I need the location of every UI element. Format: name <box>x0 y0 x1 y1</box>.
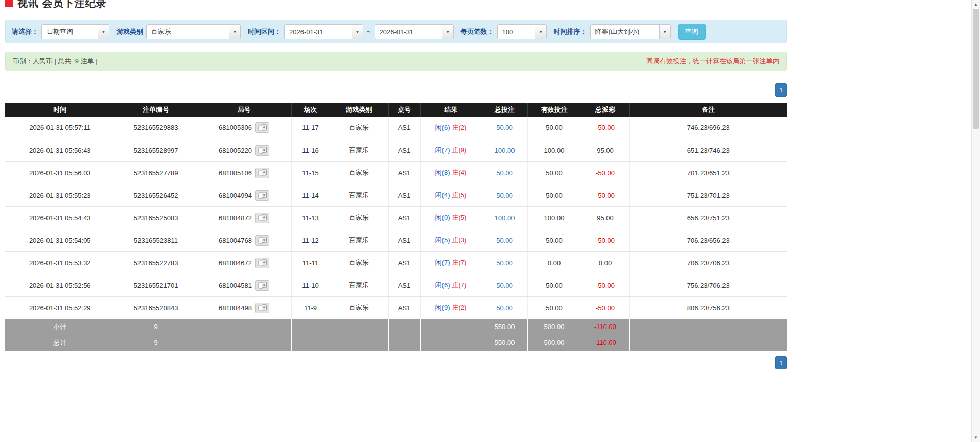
mode-select[interactable]: 日期查询 ▼ <box>41 24 109 39</box>
empty-cell <box>197 335 291 351</box>
result-player: 闲(9) <box>435 304 450 311</box>
result-player: 闲(6) <box>435 281 450 289</box>
total-bet-link[interactable]: 100.00 <box>495 147 515 154</box>
total-bet-link[interactable]: 50.00 <box>496 124 513 131</box>
col-header-game: 游戏类别 <box>330 103 388 117</box>
time-cell: 2026-01-31 05:52:29 <box>5 296 115 319</box>
table-row: 2026-01-31 05:56:03 523165527789 6810051… <box>5 161 787 184</box>
total-bet-link[interactable]: 50.00 <box>496 169 513 177</box>
chevron-down-icon[interactable]: ▼ <box>442 25 453 39</box>
subtotal-count: 9 <box>115 319 197 335</box>
round-id: 681004581 <box>219 282 252 289</box>
scrollbar-thumb[interactable] <box>973 9 979 129</box>
game-type-cell: 百家乐 <box>330 251 388 274</box>
game-replay-button[interactable] <box>255 145 269 156</box>
game-replay-button[interactable] <box>255 258 269 268</box>
result-player: 闲(5) <box>435 236 450 244</box>
result-player: 闲(0) <box>435 214 450 221</box>
result-player: 闲(8) <box>435 169 450 176</box>
session-cell: 11-10 <box>291 274 330 296</box>
col-header-remark: 备注 <box>629 103 787 117</box>
game-replay-button[interactable] <box>255 213 269 223</box>
bet-id-cell: 523165522783 <box>115 251 197 274</box>
col-header-round: 局号 <box>197 103 291 117</box>
subtotal-payout: -110.00 <box>581 319 629 335</box>
sort-select-value: 降幂(由大到小) <box>591 25 659 39</box>
time-cell: 2026-01-31 05:54:43 <box>5 206 115 229</box>
result-cell: 闲(9)庄(2) <box>420 296 482 319</box>
remark-cell: 756.23/706.23 <box>629 274 787 296</box>
empty-cell <box>420 335 482 351</box>
total-bet-link[interactable]: 50.00 <box>496 259 513 267</box>
chevron-down-icon[interactable]: ▼ <box>229 25 240 39</box>
table-no-cell: AS1 <box>388 229 420 251</box>
session-cell: 11-12 <box>291 229 330 251</box>
valid-bet-cell: 50.00 <box>527 184 581 206</box>
remark-cell: 751.23/701.23 <box>629 184 787 206</box>
game-replay-button[interactable] <box>255 190 269 201</box>
game-replay-button[interactable] <box>255 280 269 291</box>
table-no-cell: AS1 <box>388 139 420 161</box>
payout-cell: -50.00 <box>581 296 629 319</box>
total-bet-link[interactable]: 50.00 <box>496 237 513 244</box>
game-type-cell: 百家乐 <box>330 161 388 184</box>
round-cell: 681004498 <box>197 296 291 319</box>
vertical-scrollbar[interactable]: ▲ ▼ <box>971 0 980 442</box>
total-bet-cell: 100.00 <box>482 206 527 229</box>
empty-cell <box>629 335 787 351</box>
remark-cell: 706.23/706.23 <box>629 251 787 274</box>
chevron-down-icon[interactable]: ▼ <box>352 25 363 39</box>
result-cell: 闲(0)庄(5) <box>420 206 482 229</box>
total-bet-cell: 100.00 <box>482 139 527 161</box>
session-cell: 11-11 <box>291 251 330 274</box>
total-bet-link[interactable]: 100.00 <box>495 214 515 222</box>
date-to-picker[interactable]: 2026-01-31 ▼ <box>375 24 454 39</box>
chevron-down-icon[interactable]: ▼ <box>98 25 109 39</box>
col-header-session: 场次 <box>291 103 330 117</box>
total-label: 总计 <box>5 335 115 351</box>
chevron-down-icon[interactable]: ▼ <box>659 25 670 39</box>
result-cell: 闲(7)庄(9) <box>420 139 482 161</box>
game-replay-button[interactable] <box>255 122 269 133</box>
scroll-up-icon[interactable]: ▲ <box>972 0 980 9</box>
total-bet-link[interactable]: 50.00 <box>496 304 513 312</box>
time-cell: 2026-01-31 05:52:56 <box>5 274 115 296</box>
payout-cell: 95.00 <box>581 206 629 229</box>
round-id: 681004994 <box>219 192 252 199</box>
result-cell: 闲(4)庄(5) <box>420 184 482 206</box>
page-size-select[interactable]: 100 ▼ <box>497 24 547 39</box>
chevron-down-icon[interactable]: ▼ <box>535 25 546 39</box>
result-banker: 庄(5) <box>452 214 467 221</box>
game-replay-button[interactable] <box>255 303 269 313</box>
valid-bet-cell: 50.00 <box>527 274 581 296</box>
table-no-cell: AS1 <box>388 296 420 319</box>
cards-icon <box>258 237 267 244</box>
total-bet-cell: 50.00 <box>482 296 527 319</box>
session-cell: 11-17 <box>291 117 330 139</box>
total-payout: -110.00 <box>581 335 629 351</box>
round-id: 681004872 <box>219 214 252 222</box>
game-replay-button[interactable] <box>255 235 269 246</box>
date-to-value: 2026-01-31 <box>375 25 442 39</box>
total-row: 总计 9 550.00 500.00 -110.00 <box>5 335 787 351</box>
round-cell: 681005106 <box>197 161 291 184</box>
bet-id-cell: 523165525083 <box>115 206 197 229</box>
result-banker: 庄(4) <box>452 169 467 176</box>
page-1-button[interactable]: 1 <box>775 356 787 369</box>
payout-cell: -50.00 <box>581 229 629 251</box>
game-type-select[interactable]: 百家乐 ▼ <box>146 24 241 39</box>
table-no-cell: AS1 <box>388 274 420 296</box>
table-row: 2026-01-31 05:54:43 523165525083 6810048… <box>5 206 787 229</box>
game-replay-button[interactable] <box>255 168 269 178</box>
payout-cell: -50.00 <box>581 184 629 206</box>
total-bet-link[interactable]: 50.00 <box>496 282 513 289</box>
sort-select[interactable]: 降幂(由大到小) ▼ <box>590 24 671 39</box>
page-1-button[interactable]: 1 <box>775 83 787 97</box>
subtotal-row: 小计 9 550.00 500.00 -110.00 <box>5 319 787 335</box>
date-from-picker[interactable]: 2026-01-31 ▼ <box>284 24 363 39</box>
page-title: 视讯 会员下注纪录 <box>17 0 107 10</box>
total-bet-link[interactable]: 50.00 <box>496 192 513 199</box>
scroll-down-icon[interactable]: ▼ <box>972 433 980 442</box>
query-button[interactable]: 查询 <box>678 24 706 40</box>
table-no-cell: AS1 <box>388 251 420 274</box>
